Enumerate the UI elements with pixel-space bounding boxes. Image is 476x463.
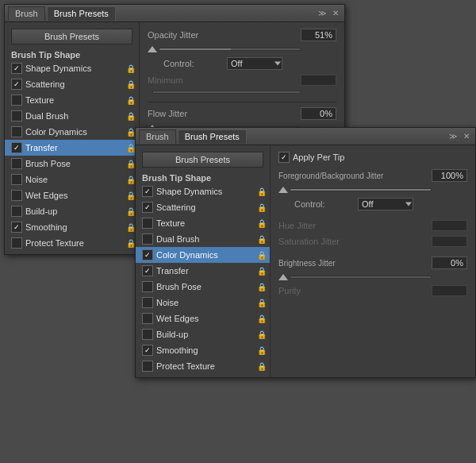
hue-jitter-input[interactable] — [432, 220, 467, 231]
sidebar-item-wet-edges-1[interactable]: Wet Edges 🔒 — [5, 187, 139, 203]
opacity-slider-track[interactable] — [159, 48, 301, 51]
check-protect-texture-1[interactable] — [11, 237, 22, 249]
flow-jitter-input[interactable] — [301, 107, 336, 120]
panel-menu-icon-2[interactable]: ≫ — [447, 131, 459, 141]
sidebar-item-brush-pose-1[interactable]: Brush Pose 🔒 — [5, 156, 139, 172]
tab-brush-2[interactable]: Brush — [139, 129, 176, 144]
label-protect-texture-2: Protect Texture — [156, 361, 255, 371]
preset-button-2[interactable]: Brush Presets — [142, 152, 263, 168]
lock-brush-pose-2: 🔒 — [257, 283, 267, 291]
sidebar-item-buildup-1[interactable]: Build-up 🔒 — [5, 203, 139, 219]
sidebar-item-protect-texture-2[interactable]: Protect Texture 🔒 — [136, 358, 270, 374]
panel-icons-2: ≫ ✕ — [447, 131, 472, 141]
check-noise-1[interactable] — [11, 174, 22, 185]
check-color-dynamics-1[interactable] — [11, 126, 22, 137]
label-scattering-1: Scattering — [25, 79, 125, 89]
opacity-slider-arrow[interactable] — [148, 46, 157, 52]
check-brush-pose-2[interactable] — [142, 281, 153, 292]
check-shape-dynamics-2[interactable] — [142, 186, 153, 197]
check-scattering-2[interactable] — [142, 202, 153, 213]
check-buildup-2[interactable] — [142, 329, 153, 340]
flow-jitter-label: Flow Jitter — [148, 109, 211, 118]
label-brush-pose-1: Brush Pose — [25, 159, 125, 168]
opacity-jitter-input[interactable] — [301, 29, 336, 41]
check-wet-edges-1[interactable] — [11, 190, 22, 201]
tab-brush-1[interactable]: Brush — [8, 6, 45, 21]
sidebar-item-shape-dynamics-2[interactable]: Shape Dynamics 🔒 — [136, 183, 270, 199]
sidebar-item-smoothing-2[interactable]: Smoothing 🔒 — [136, 342, 270, 358]
fg-bg-jitter-label: Foreground/Background Jitter — [278, 172, 383, 180]
check-texture-2[interactable] — [142, 218, 153, 229]
label-scattering-2: Scattering — [156, 203, 255, 212]
label-shape-dynamics-1: Shape Dynamics — [25, 64, 125, 73]
purity-input[interactable] — [432, 285, 467, 296]
check-color-dynamics-2[interactable] — [142, 249, 153, 260]
sidebar-item-smoothing-1[interactable]: Smoothing 🔒 — [5, 219, 139, 235]
check-dual-brush-2[interactable] — [142, 233, 153, 245]
sidebar-1: Brush Presets Brush Tip Shape Shape Dyna… — [5, 22, 140, 254]
minimum-input[interactable] — [301, 75, 336, 86]
panel-close-icon-2[interactable]: ✕ — [461, 131, 472, 141]
sidebar-item-protect-texture-1[interactable]: Protect Texture 🔒 — [5, 235, 139, 251]
sidebar-item-wet-edges-2[interactable]: Wet Edges 🔒 — [136, 311, 270, 326]
brightness-slider-arrow[interactable] — [278, 274, 288, 280]
label-smoothing-1: Smoothing — [25, 222, 125, 232]
fg-bg-slider-arrow[interactable] — [278, 187, 288, 193]
fg-bg-slider-track[interactable] — [290, 188, 432, 191]
check-protect-texture-2[interactable] — [142, 361, 153, 372]
brightness-slider-track[interactable] — [290, 276, 432, 279]
tab-brush-presets-1[interactable]: Brush Presets — [47, 6, 116, 21]
brightness-jitter-input[interactable] — [432, 257, 467, 269]
fg-bg-jitter-input[interactable] — [432, 169, 467, 182]
sidebar-item-color-dynamics-1[interactable]: Color Dynamics 🔒 — [5, 124, 139, 140]
sidebar-item-scattering-1[interactable]: Scattering 🔒 — [5, 76, 139, 92]
sidebar-item-noise-1[interactable]: Noise 🔒 — [5, 172, 139, 187]
control-select-3[interactable]: Off — [358, 198, 413, 210]
panel-menu-icon[interactable]: ≫ — [316, 8, 328, 18]
check-dual-brush-1[interactable] — [11, 110, 22, 122]
sidebar-item-transfer-1[interactable]: Transfer 🔒 — [5, 140, 139, 156]
panel-body-2: Brush Presets Brush Tip Shape Shape Dyna… — [136, 145, 475, 377]
label-wet-edges-1: Wet Edges — [25, 191, 125, 200]
check-smoothing-2[interactable] — [142, 345, 153, 356]
control-select-1[interactable]: Off — [227, 57, 282, 70]
control-select-wrapper-1: Off — [227, 57, 282, 70]
check-transfer-1[interactable] — [11, 142, 22, 153]
label-shape-dynamics-2: Shape Dynamics — [156, 187, 255, 196]
panel-close-icon[interactable]: ✕ — [330, 8, 341, 18]
check-wet-edges-2[interactable] — [142, 313, 153, 324]
check-smoothing-1[interactable] — [11, 222, 22, 233]
sidebar-item-buildup-2[interactable]: Build-up 🔒 — [136, 326, 270, 342]
sidebar-item-transfer-2[interactable]: Transfer 🔒 — [136, 263, 270, 279]
check-brush-pose-1[interactable] — [11, 158, 22, 169]
sidebar-item-texture-1[interactable]: Texture 🔒 — [5, 92, 139, 108]
sidebar-item-brush-pose-2[interactable]: Brush Pose 🔒 — [136, 279, 270, 295]
sidebar-item-noise-2[interactable]: Noise 🔒 — [136, 295, 270, 311]
check-buildup-1[interactable] — [11, 206, 22, 217]
label-buildup-1: Build-up — [25, 206, 125, 216]
sidebar-item-color-dynamics-2[interactable]: Color Dynamics 🔒 — [136, 247, 270, 263]
tab-brush-presets-2[interactable]: Brush Presets — [178, 129, 247, 144]
check-transfer-2[interactable] — [142, 265, 153, 276]
flow-jitter-row: Flow Jitter — [148, 107, 336, 120]
sidebar-item-texture-2[interactable]: Texture 🔒 — [136, 215, 270, 231]
sidebar-item-dual-brush-2[interactable]: Dual Brush 🔒 — [136, 231, 270, 247]
check-texture-1[interactable] — [11, 95, 22, 106]
saturation-jitter-input[interactable] — [432, 236, 467, 247]
control-row-1: Control: Off — [148, 57, 336, 70]
check-noise-2[interactable] — [142, 297, 153, 308]
check-scattering-1[interactable] — [11, 79, 22, 90]
label-color-dynamics-1: Color Dynamics — [25, 127, 125, 137]
control-row-3: Control: Off — [278, 198, 467, 210]
check-shape-dynamics-1[interactable] — [11, 63, 22, 74]
sidebar-item-shape-dynamics-1[interactable]: Shape Dynamics 🔒 — [5, 60, 139, 76]
fg-bg-jitter-row: Foreground/Background Jitter — [278, 169, 467, 182]
preset-button-1[interactable]: Brush Presets — [11, 29, 132, 44]
label-smoothing-2: Smoothing — [156, 345, 255, 355]
check-apply-per-tip[interactable] — [278, 152, 290, 163]
sidebar-item-dual-brush-1[interactable]: Dual Brush 🔒 — [5, 108, 139, 124]
minimum-slider-track[interactable] — [152, 91, 301, 94]
sidebar-item-scattering-2[interactable]: Scattering 🔒 — [136, 199, 270, 215]
opacity-jitter-slider-row — [148, 46, 336, 52]
lock-transfer-2: 🔒 — [257, 267, 267, 276]
